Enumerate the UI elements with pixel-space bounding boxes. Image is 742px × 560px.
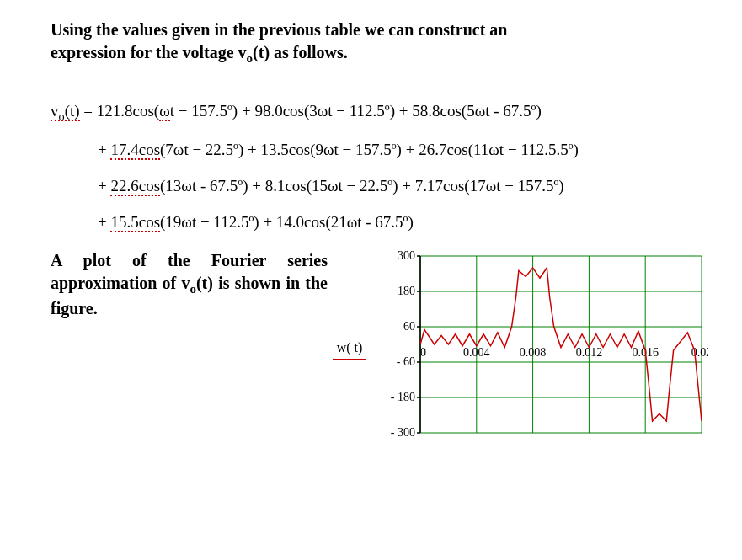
intro-line2a: expression for the voltage v <box>51 43 247 61</box>
chart-trace <box>420 268 702 421</box>
svg-text:- 60: - 60 <box>397 355 415 368</box>
formula-line-2: + 17.4cos(7ωt − 22.5º) + 13.5cos(9ωt − 1… <box>51 141 708 160</box>
svg-text:180: 180 <box>398 285 415 297</box>
intro-line1: Using the values given in the previous t… <box>51 20 507 39</box>
svg-text:300: 300 <box>398 249 415 262</box>
svg-text:0.004: 0.004 <box>463 346 490 359</box>
formula-line-3: + 22.6cos(13ωt - 67.5º) + 8.1cos(15ωt − … <box>51 177 708 196</box>
chart-svg: - 300- 180- 606018030000.0040.0080.0120.… <box>371 249 708 443</box>
legend-swatch <box>333 359 366 360</box>
formula-block: vo(t) = 121.8cos(ωt − 157.5º) + 98.0cos(… <box>51 102 708 232</box>
svg-text:0: 0 <box>420 346 426 359</box>
squiggle-text: vo(t) <box>51 102 80 121</box>
chart-area: w( t) - 300- 180- 606018030000.0040.0080… <box>333 249 708 443</box>
intro-sub: o <box>247 51 254 65</box>
svg-text:0.008: 0.008 <box>520 346 547 359</box>
formula-line-4: + 15.5cos(19ωt − 112.5º) + 14.0cos(21ωt … <box>51 213 708 232</box>
svg-text:- 300: - 300 <box>391 426 415 439</box>
caption-line2a: approximation of v <box>51 274 190 292</box>
lower-row: A plot of the Fourier series approximati… <box>51 249 708 443</box>
svg-text:- 180: - 180 <box>391 391 415 403</box>
chart-legend: w( t) <box>333 340 366 360</box>
squiggle-text: 17.4cos <box>110 141 160 160</box>
caption-paragraph: A plot of the Fourier series approximati… <box>51 249 328 320</box>
intro-paragraph: Using the values given in the previous t… <box>51 19 708 67</box>
legend-label: w( t) <box>333 340 366 355</box>
chart: - 300- 180- 606018030000.0040.0080.0120.… <box>371 249 708 443</box>
caption-line2b: (t) is shown in <box>196 274 300 292</box>
squiggle-text: 15.5cos <box>110 213 160 232</box>
page: Using the values given in the previous t… <box>0 0 742 560</box>
squiggle-text: ω <box>159 102 170 121</box>
squiggle-text: 22.6cos <box>110 177 160 196</box>
formula-line-1: vo(t) = 121.8cos(ωt − 157.5º) + 98.0cos(… <box>51 102 708 124</box>
intro-line2b: (t) as follows. <box>253 43 348 61</box>
caption-line1: A plot of the Fourier series <box>51 251 328 269</box>
svg-text:60: 60 <box>403 320 415 333</box>
caption-sub: o <box>190 282 196 296</box>
